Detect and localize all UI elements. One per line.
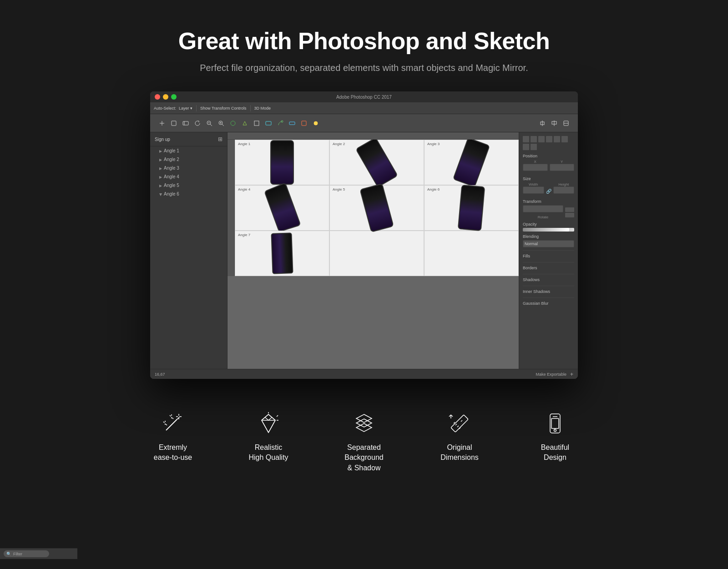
- close-button[interactable]: [155, 94, 160, 100]
- flip-h-button[interactable]: [565, 207, 574, 212]
- maximize-button[interactable]: [171, 94, 177, 100]
- svg-line-38: [166, 424, 167, 426]
- artboard-angle5[interactable]: Angle 5: [329, 185, 424, 231]
- page-title: Great with Photoshop and Sketch: [0, 27, 728, 55]
- svg-point-18: [314, 121, 318, 125]
- align-icon-8[interactable]: [531, 144, 537, 150]
- borders-label: Borders: [523, 265, 574, 271]
- make-exportable-text[interactable]: Make Exportable: [536, 372, 566, 377]
- toolbar-autofill[interactable]: Auto-Select:: [154, 106, 176, 111]
- transform-label: Transform: [523, 199, 574, 204]
- rotate-input[interactable]: [523, 205, 563, 212]
- artboard-label-5: Angle 5: [330, 186, 348, 191]
- svg-rect-65: [551, 418, 559, 428]
- path-tool-icon[interactable]: [240, 119, 249, 128]
- artboard-angle6[interactable]: Angle 6: [424, 185, 519, 231]
- blending-select[interactable]: Normal: [523, 240, 574, 247]
- sidebar-item-angle4[interactable]: ▶Angle 4: [150, 172, 227, 181]
- toolbar-layer[interactable]: Layer ▾: [179, 106, 192, 111]
- artboard-angle3[interactable]: Angle 3: [424, 140, 519, 185]
- align-bottom-icon[interactable]: [550, 119, 559, 128]
- phone-icon: [542, 411, 568, 436]
- lock-icon[interactable]: 🔗: [546, 182, 551, 196]
- svg-rect-13: [254, 121, 259, 126]
- canvas-area-wrapper: Angle 1: [228, 140, 519, 276]
- artboard-angle1[interactable]: Angle 1: [235, 140, 329, 185]
- phone-screen-5: [361, 184, 393, 231]
- feature-beautiful-label: BeautifulDesign: [541, 443, 569, 463]
- svg-rect-16: [289, 122, 295, 125]
- brush-tool-icon[interactable]: [311, 119, 320, 128]
- sidebar-item-angle5[interactable]: ▶Angle 5: [150, 181, 227, 190]
- phone-mockup-3: [453, 140, 490, 187]
- artboard-angle2[interactable]: Angle 2: [329, 140, 424, 185]
- status-left: 16,67: [155, 372, 165, 377]
- width-label: Width: [523, 182, 544, 186]
- sidebar-item-angle2[interactable]: ▶Angle 2: [150, 155, 227, 164]
- frame-tool-icon[interactable]: [181, 119, 190, 128]
- svg-line-46: [268, 418, 272, 420]
- add-exportable-icon[interactable]: +: [570, 371, 573, 378]
- zoom-out-icon[interactable]: [205, 119, 214, 128]
- inner-shadows-section: Inner Shadows: [523, 286, 574, 295]
- artboard-angle4[interactable]: Angle 4: [235, 185, 329, 231]
- artboard-content-6: [425, 186, 518, 230]
- ps-icon-toolbar: [150, 114, 578, 132]
- position-y-input[interactable]: [550, 164, 575, 171]
- height-input[interactable]: [553, 186, 575, 194]
- inner-shadows-label: Inner Shadows: [523, 288, 574, 295]
- position-inputs: X Y: [523, 160, 574, 174]
- svg-line-42: [268, 420, 275, 433]
- align-icon-1[interactable]: [523, 136, 529, 142]
- flip-buttons: [565, 205, 574, 219]
- paint-bucket-icon[interactable]: [276, 119, 285, 128]
- opacity-slider[interactable]: [523, 228, 574, 232]
- fills-section: Fills: [523, 250, 574, 259]
- add-artboard-icon[interactable]: [157, 119, 167, 128]
- align-icon-6[interactable]: [561, 136, 568, 142]
- arrow-icon-2: ▶: [159, 158, 162, 162]
- minimize-button[interactable]: [163, 94, 168, 100]
- select-tool-icon[interactable]: [169, 119, 178, 128]
- blending-label: Blending: [523, 234, 574, 239]
- artboard-empty-2: [424, 231, 519, 276]
- crop-icon[interactable]: [252, 119, 261, 128]
- canvas-content[interactable]: Angle 1: [235, 140, 519, 276]
- align-top-icon[interactable]: [538, 119, 547, 128]
- flip-v-button[interactable]: [565, 213, 574, 217]
- ps-layers-sidebar: Sign up ⊞ ▶Angle 1 ▶Angle 2 ▶Angle 3 ▶An…: [150, 132, 228, 369]
- sidebar-item-angle6[interactable]: ▶Angle 6: [150, 190, 227, 198]
- phone-screen-1: [271, 141, 293, 184]
- sidebar-item-angle3[interactable]: ▶Angle 3: [150, 164, 227, 172]
- artboard-content-1: [235, 140, 329, 185]
- svg-line-54: [455, 424, 457, 425]
- type-tool-icon[interactable]: [264, 119, 273, 128]
- ps-statusbar: 16,67 Make Exportable +: [150, 369, 578, 379]
- gaussian-section: Gaussian Blur: [523, 297, 574, 307]
- sidebar-item-angle1[interactable]: ▶Angle 1: [150, 146, 227, 155]
- header-section: Great with Photoshop and Sketch Perfect …: [0, 0, 728, 91]
- toolbar-mode[interactable]: 3D Mode: [254, 106, 271, 111]
- artboard-angle7[interactable]: Angle 7: [235, 231, 329, 276]
- align-icon-4[interactable]: [546, 136, 552, 142]
- layers-panel-icon[interactable]: [561, 119, 571, 128]
- opacity-label: Opacity: [523, 222, 574, 227]
- position-y-wrapper: Y: [550, 160, 575, 174]
- width-input[interactable]: [523, 186, 544, 194]
- gradient-tool-icon[interactable]: [288, 119, 297, 128]
- svg-line-58: [461, 420, 462, 422]
- pen-tool-icon[interactable]: [299, 119, 308, 128]
- refresh-icon[interactable]: [193, 119, 202, 128]
- oval-tool-icon[interactable]: [228, 119, 238, 128]
- align-icon-7[interactable]: [523, 144, 529, 150]
- align-icon-5[interactable]: [554, 136, 560, 142]
- align-icon-2[interactable]: [531, 136, 537, 142]
- sidebar-add-icon[interactable]: ⊞: [218, 136, 222, 142]
- ps-titlebar: Adobe Photoshop CC 2017: [150, 91, 578, 102]
- diamond-icon: [256, 411, 281, 436]
- zoom-in-icon[interactable]: [217, 119, 226, 128]
- toolbar-transform[interactable]: Show Transform Controls: [200, 106, 247, 111]
- position-x-input[interactable]: [523, 164, 548, 171]
- align-icon-3[interactable]: [538, 136, 545, 142]
- svg-line-33: [170, 415, 171, 417]
